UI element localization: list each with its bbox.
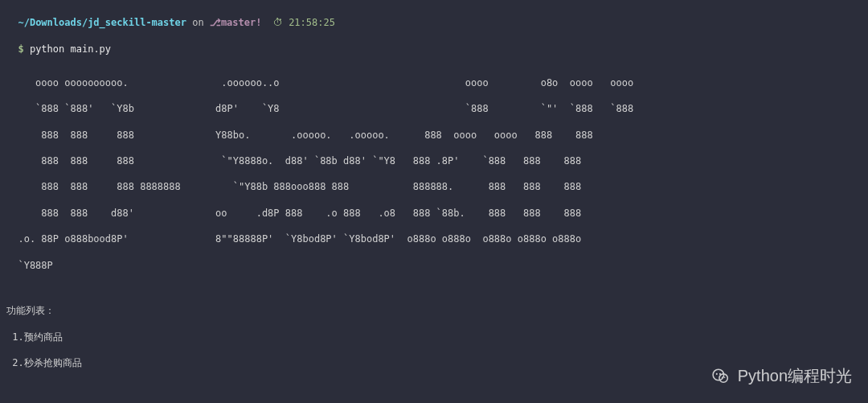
ascii-line: 888 888 d88' oo .d8P 888 .o 888 .o8 888 … bbox=[6, 207, 862, 220]
ascii-line: 888 888 888 `"Y8888o. d88' `88b d88' `"Y… bbox=[6, 154, 862, 167]
ascii-line: `Y888P bbox=[6, 259, 862, 272]
prompt-symbol: $ bbox=[18, 43, 23, 55]
branch-icon: ⎇ bbox=[210, 17, 221, 28]
ascii-line: oooo oooooooooo. .oooooo..o oooo o8o ooo… bbox=[6, 76, 862, 89]
ascii-banner: oooo oooooooooo. .oooooo..o oooo o8o ooo… bbox=[6, 64, 862, 285]
cwd-path: ~/Downloads/jd_seckill-master bbox=[18, 17, 186, 28]
prompt-time: 21:58:25 bbox=[289, 17, 335, 28]
command-line[interactable]: $ python main.py bbox=[6, 29, 862, 55]
function-menu: 功能列表： 1.预约商品 2.秒杀抢购商品 bbox=[6, 291, 862, 382]
ascii-line: `888 `888' `Y8b d8P' `Y8 `888 `"' `888 `… bbox=[6, 102, 862, 115]
ascii-line: .o. 88P o888bood8P' 8""88888P' `Y8bod8P'… bbox=[6, 232, 862, 245]
ascii-line: 888 888 888 Y88bo. .ooooo. .ooooo. 888 o… bbox=[6, 129, 862, 142]
clock-icon: ⏱ bbox=[273, 17, 283, 28]
command-text: python main.py bbox=[30, 43, 111, 55]
menu-item: 1.预约商品 bbox=[6, 331, 862, 343]
shell-prompt: ~/Downloads/jd_seckill-master on ⎇master… bbox=[6, 3, 862, 29]
on-text: on bbox=[186, 17, 210, 28]
menu-item: 2.秒杀抢购商品 bbox=[6, 356, 862, 369]
git-branch: master! bbox=[221, 17, 262, 28]
menu-title: 功能列表： bbox=[6, 304, 862, 317]
ascii-line: 888 888 888 8888888 `"Y88b 888ooo888 888… bbox=[6, 180, 862, 193]
menu-input-line[interactable]: 请选择：2 bbox=[6, 390, 862, 403]
